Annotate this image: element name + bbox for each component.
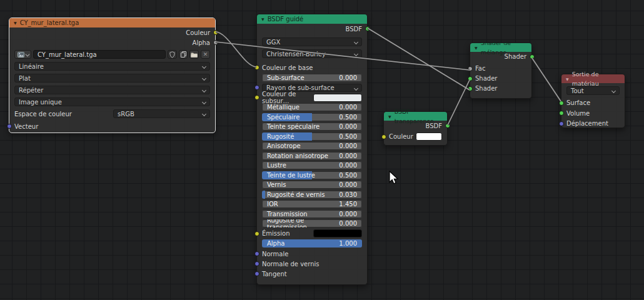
image-name-field[interactable]: CY_mur_lateral.tga: [33, 50, 166, 59]
node-transparent-bsdf[interactable]: ▼ BSDF transparence BSDF Couleur: [383, 111, 448, 146]
node-image-texture-header[interactable]: ▼ CY_mur_lateral.tga: [9, 18, 215, 28]
slider-value: 0.000: [339, 123, 362, 130]
source-dropdown[interactable]: Image unique: [14, 98, 210, 106]
node-principled-header[interactable]: ▼ BSDF guidé: [257, 14, 367, 24]
extension-value: Répéter: [19, 87, 43, 94]
socket-output-couleur[interactable]: [213, 30, 218, 35]
link-bsdf-to-shader2: [368, 28, 470, 90]
input-row-couleur: Couleur: [389, 132, 442, 141]
socket-input-fac[interactable]: [468, 66, 473, 71]
fac-label: Fac: [475, 65, 485, 72]
output-target-value: Tout: [571, 88, 584, 94]
anisotropic-slider[interactable]: Anisotrope0.000: [262, 142, 362, 150]
clearcoat-roughness-slider[interactable]: Rugosité de vernis0.030: [262, 191, 362, 199]
image-browse-button[interactable]: [14, 50, 31, 59]
input-row-fac: Fac: [475, 64, 526, 73]
fake-user-button[interactable]: [168, 50, 177, 59]
socket-subsurface-radius[interactable]: [254, 85, 259, 90]
unlink-image-button[interactable]: ✕: [201, 50, 210, 59]
collapse-triangle-icon[interactable]: ▼: [475, 42, 478, 52]
socket-output-alpha[interactable]: [213, 40, 218, 45]
subsurface-color-swatch[interactable]: [313, 94, 362, 102]
socket-subsurface-color[interactable]: [254, 95, 259, 100]
shader2-label: Shader: [475, 85, 497, 92]
specular-slider[interactable]: Spéculaire0.500: [262, 113, 362, 121]
clearcoat-slider[interactable]: Vernis0.000: [262, 181, 362, 189]
socket-output-bsdf[interactable]: [365, 26, 370, 31]
folder-icon: [191, 52, 198, 58]
socket-input-shader1[interactable]: [468, 76, 473, 81]
slider-label: Rugosité de transmission: [262, 219, 339, 228]
open-image-button[interactable]: [189, 50, 199, 59]
slider-label: Rotation anisotrope: [262, 152, 339, 159]
socket-clearcoat-normal[interactable]: [254, 261, 259, 266]
collapse-triangle-icon[interactable]: ▼: [14, 18, 17, 28]
node-transparent-header[interactable]: ▼ BSDF transparence: [384, 112, 447, 121]
chevron-down-icon: [202, 112, 206, 116]
socket-emission[interactable]: [254, 231, 259, 236]
socket-input-couleur[interactable]: [381, 134, 386, 139]
transmission-slider[interactable]: Transmission0.000: [262, 210, 362, 218]
extension-dropdown[interactable]: Répéter: [14, 86, 210, 94]
socket-output-shader[interactable]: [530, 54, 535, 59]
source-value: Image unique: [19, 99, 62, 106]
node-image-texture[interactable]: ▼ CY_mur_lateral.tga Couleur Alpha CY_mu…: [9, 18, 216, 133]
collapse-triangle-icon[interactable]: ▼: [566, 74, 569, 83]
collapse-triangle-icon[interactable]: ▼: [261, 14, 264, 24]
normal-label: Normale: [262, 251, 288, 258]
projection-value: Plat: [19, 75, 31, 82]
displacement-label: Déplacement: [566, 120, 608, 127]
subsurface-method-dropdown[interactable]: Christensen-Burley: [262, 49, 362, 58]
slider-label: Métallique: [262, 104, 339, 111]
metallic-slider[interactable]: Métallique0.000: [262, 103, 362, 111]
duplicate-image-button[interactable]: [179, 50, 188, 59]
socket-tangent[interactable]: [254, 271, 259, 276]
node-output-header[interactable]: ▼ Sortie de matériau: [561, 74, 625, 83]
colorspace-dropdown[interactable]: sRGB: [113, 109, 210, 118]
projection-dropdown[interactable]: Plat: [14, 74, 210, 82]
node-mix-shader[interactable]: ▼ Shader de mélange Shader Fac Shader Sh…: [470, 42, 532, 99]
volume-label: Volume: [566, 110, 590, 117]
output-label-bsdf: BSDF: [426, 122, 442, 129]
socket-output-bsdf[interactable]: [445, 123, 450, 128]
sheen-tint-slider[interactable]: Teinte de lustre0.500: [262, 171, 362, 179]
socket-normal[interactable]: [254, 251, 259, 256]
chevron-down-icon: [611, 89, 616, 93]
link-transparent-to-shader1: [448, 80, 470, 125]
slider-value: 0.500: [339, 172, 362, 179]
specular-tint-slider[interactable]: Teinte spéculaire0.000: [262, 122, 362, 131]
collapse-triangle-icon[interactable]: ▼: [388, 111, 391, 121]
sheen-slider[interactable]: Lustre0.000: [262, 161, 362, 169]
subsurface-slider[interactable]: Sub-surface 0.000: [262, 74, 362, 82]
couleur-swatch[interactable]: [416, 132, 442, 141]
roughness-slider[interactable]: Rugosité0.500: [262, 132, 362, 141]
node-editor-canvas[interactable]: ▼ CY_mur_lateral.tga Couleur Alpha CY_mu…: [0, 0, 644, 300]
subsurface-color-label: Couleur de subsur…: [262, 91, 313, 104]
socket-input-displacement[interactable]: [559, 121, 564, 126]
socket-base-color[interactable]: [254, 65, 259, 70]
distribution-dropdown[interactable]: GGX: [262, 38, 362, 46]
link-couleur-to-basecolor: [216, 32, 256, 67]
emission-swatch[interactable]: [313, 229, 362, 238]
input-row-emission: Émission: [262, 229, 362, 238]
node-material-output[interactable]: ▼ Sortie de matériau Tout Surface Volume…: [561, 74, 625, 128]
input-row-shader2: Shader: [475, 84, 526, 93]
node-principled-bsdf[interactable]: ▼ BSDF guidé BSDF GGX Christensen-Burley: [256, 14, 368, 285]
ior-slider[interactable]: IOR1.450: [262, 200, 362, 208]
alpha-slider[interactable]: Alpha 1.000: [262, 239, 362, 248]
socket-input-volume[interactable]: [559, 111, 564, 116]
interpolation-dropdown[interactable]: Linéaire: [14, 62, 210, 71]
output-row-couleur: Couleur: [14, 28, 210, 38]
output-label-shader: Shader: [505, 53, 526, 60]
anisotropic-rotation-slider[interactable]: Rotation anisotrope0.000: [262, 152, 362, 160]
transmission-roughness-slider[interactable]: Rugosité de transmission0.000: [262, 219, 362, 228]
slider-value: 0.000: [339, 152, 362, 159]
socket-input-shader2[interactable]: [468, 86, 473, 91]
link-mix-to-surface: [532, 58, 561, 101]
output-target-dropdown[interactable]: Tout: [566, 86, 620, 95]
node-mix-header[interactable]: ▼ Shader de mélange: [470, 43, 531, 52]
socket-input-surface[interactable]: [559, 101, 564, 106]
chevron-down-icon: [354, 52, 358, 56]
socket-input-vecteur[interactable]: [7, 124, 12, 129]
colorspace-value: sRGB: [118, 111, 134, 118]
